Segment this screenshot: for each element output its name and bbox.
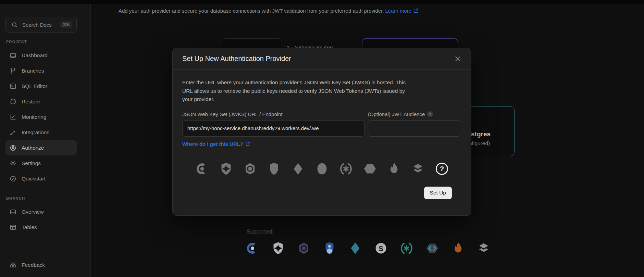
restore-icon xyxy=(10,98,16,105)
section-label-project: PROJECT xyxy=(6,40,90,44)
close-icon[interactable] xyxy=(454,55,461,63)
sidebar-item-integrations[interactable]: Integrations xyxy=(5,125,77,140)
sidebar-item-overview[interactable]: Overview xyxy=(5,204,77,219)
provider-hex-ring-icon[interactable] xyxy=(243,162,257,176)
window-top-edge xyxy=(0,0,644,4)
setup-auth-provider-modal: Set Up New Authentication Provider Enter… xyxy=(172,48,471,216)
overview-icon xyxy=(10,209,16,215)
settings-icon xyxy=(10,160,16,167)
provider-hex-ring-icon xyxy=(297,241,311,255)
jwt-audience-label: (Optional) JWT Audience ? xyxy=(368,111,461,117)
sidebar-item-authorize[interactable]: Authorize xyxy=(5,140,77,155)
provider-diamond-icon xyxy=(348,241,362,255)
search-icon xyxy=(11,22,18,28)
search-label: Search Docs xyxy=(22,22,60,28)
sidebar-item-restore[interactable]: Restore xyxy=(5,94,77,109)
postgres-card-subtitle: nfigured) xyxy=(469,140,490,147)
monitoring-icon xyxy=(10,114,16,121)
modal-description: Enter the URL where your authentication … xyxy=(182,78,411,104)
auth-description-banner: Add your auth provider and secure your d… xyxy=(119,8,418,14)
audience-field-group: (Optional) JWT Audience ? xyxy=(368,111,461,137)
where-url-link[interactable]: Where do I get this URL? xyxy=(182,141,250,147)
app-window: Search Docs ⌘K PROJECT DashboardBranches… xyxy=(0,0,644,277)
provider-stack-icon xyxy=(477,241,491,255)
sidebar-item-sql-editor[interactable]: SQL Editor xyxy=(5,78,77,94)
provider-selector-row: ? xyxy=(182,162,461,176)
jwks-field-group: JSON Web Key Set (JWKS) URL / Endpoint xyxy=(182,111,364,137)
project-nav-list: DashboardBranchesSQL EditorRestoreMonito… xyxy=(0,48,90,186)
feedback-label: Feedback xyxy=(22,262,45,268)
provider-oval-icon[interactable] xyxy=(315,162,329,176)
quickstart-icon xyxy=(10,175,16,182)
provider-droplet-icon xyxy=(451,241,465,255)
sidebar-item-branches[interactable]: Branches xyxy=(5,63,77,78)
banner-text: Add your auth provider and secure your d… xyxy=(119,8,384,14)
section-label-branch: BRANCH xyxy=(6,196,90,200)
feedback-people-icon xyxy=(10,262,16,268)
provider-question-icon[interactable]: ? xyxy=(435,162,449,176)
supported-providers-row: S xyxy=(246,241,491,255)
provider-swirl-c-icon xyxy=(246,241,259,255)
provider-brackets-asterisk-icon[interactable] xyxy=(339,162,353,176)
search-docs-button[interactable]: Search Docs ⌘K xyxy=(5,17,77,33)
sidebar-item-tables[interactable]: Tables xyxy=(5,219,77,235)
help-question-badge[interactable]: ? xyxy=(427,111,433,117)
modal-header: Set Up New Authentication Provider xyxy=(173,48,471,70)
integrations-icon xyxy=(10,129,16,136)
provider-shield-person-icon xyxy=(323,241,336,255)
provider-stack-icon[interactable] xyxy=(411,162,425,176)
provider-swirl-c-icon[interactable] xyxy=(195,162,209,176)
set-up-button[interactable]: Set Up xyxy=(424,187,452,199)
search-shortcut: ⌘K xyxy=(60,21,72,28)
sidebar-item-dashboard[interactable]: Dashboard xyxy=(5,48,77,63)
modal-title: Set Up New Authentication Provider xyxy=(182,55,291,63)
sql-editor-icon xyxy=(10,83,16,90)
external-link-icon xyxy=(245,141,250,146)
modal-footer: Set Up xyxy=(182,176,461,199)
sidebar-item-settings[interactable]: Settings xyxy=(5,155,77,171)
branch-nav-list: OverviewTables xyxy=(0,204,90,235)
jwks-url-label: JSON Web Key Set (JWKS) URL / Endpoint xyxy=(182,111,364,117)
provider-hexagon-icon[interactable] xyxy=(363,162,377,176)
provider-hexagon-code-icon xyxy=(425,241,439,255)
sidebar-item-quickstart[interactable]: Quickstart xyxy=(5,171,77,186)
provider-diamond-icon[interactable] xyxy=(291,162,305,176)
provider-shield-star-icon[interactable] xyxy=(219,162,233,176)
jwks-url-input[interactable] xyxy=(182,120,364,137)
learn-more-link[interactable]: Learn more xyxy=(385,8,418,14)
sidebar: Search Docs ⌘K PROJECT DashboardBranches… xyxy=(0,4,91,277)
svg-text:S: S xyxy=(379,244,383,252)
dashboard-icon xyxy=(10,52,16,59)
sidebar-item-monitoring[interactable]: Monitoring xyxy=(5,109,77,125)
provider-s-circle-icon: S xyxy=(374,241,388,255)
provider-droplet-icon[interactable] xyxy=(387,162,401,176)
svg-text:?: ? xyxy=(439,165,444,173)
authorize-icon xyxy=(10,144,16,151)
branches-icon xyxy=(10,67,16,74)
postgres-card-title: stgres xyxy=(471,130,491,138)
supported-label: Supported: xyxy=(247,229,273,235)
tables-icon xyxy=(10,224,16,231)
modal-body: Enter the URL where your authentication … xyxy=(173,70,471,199)
sidebar-item-feedback[interactable]: Feedback xyxy=(5,257,77,273)
external-link-icon xyxy=(413,8,418,14)
provider-shield-star-icon xyxy=(271,241,285,255)
provider-brackets-asterisk-icon xyxy=(400,241,413,255)
provider-shield-person-icon[interactable] xyxy=(267,162,281,176)
modal-fields-row: JSON Web Key Set (JWKS) URL / Endpoint (… xyxy=(182,111,461,137)
jwt-audience-input[interactable] xyxy=(368,120,461,137)
